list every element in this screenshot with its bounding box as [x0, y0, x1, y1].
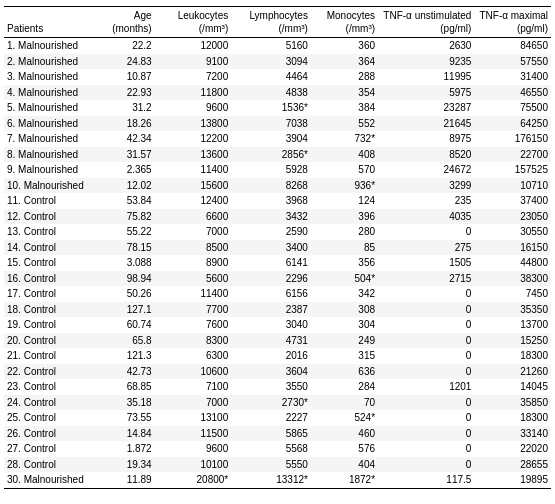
table-cell: 11.89 — [90, 472, 154, 488]
table-cell: 9600 — [155, 100, 232, 116]
table-row: 4. Malnourished22.9311800483835459754655… — [4, 85, 551, 101]
table-cell: 249 — [311, 333, 378, 349]
table-cell: 19.34 — [90, 457, 154, 473]
table-cell: 6300 — [155, 348, 232, 364]
table-cell: 356 — [311, 255, 378, 271]
table-cell: 20. Control — [4, 333, 90, 349]
table-cell: 1536* — [231, 100, 311, 116]
table-cell: 27. Control — [4, 441, 90, 457]
table-cell: 8. Malnourished — [4, 147, 90, 163]
table-cell: 2. Malnourished — [4, 54, 90, 70]
table-cell: 22700 — [474, 147, 551, 163]
table-cell: 1505 — [378, 255, 474, 271]
table-cell: 504* — [311, 271, 378, 287]
table-cell: 13800 — [155, 116, 232, 132]
table-cell: 8900 — [155, 255, 232, 271]
table-cell: 0 — [378, 286, 474, 302]
table-cell: 16150 — [474, 240, 551, 256]
table-row: 24. Control35.1870002730*70035850 — [4, 395, 551, 411]
table-cell: 2590 — [231, 224, 311, 240]
table-cell: 5. Malnourished — [4, 100, 90, 116]
table-cell: 7600 — [155, 317, 232, 333]
table-cell: 23. Control — [4, 379, 90, 395]
table-cell: 2016 — [231, 348, 311, 364]
table-cell: 57550 — [474, 54, 551, 70]
table-cell: 117.5 — [378, 472, 474, 488]
table-cell: 315 — [311, 348, 378, 364]
table-cell: 24.83 — [90, 54, 154, 70]
table-cell: 15250 — [474, 333, 551, 349]
table-cell: 2227 — [231, 410, 311, 426]
table-cell: 3400 — [231, 240, 311, 256]
table-cell: 64250 — [474, 116, 551, 132]
table-row: 9. Malnourished2.36511400592857024672157… — [4, 162, 551, 178]
table-cell: 2387 — [231, 302, 311, 318]
table-cell: 33140 — [474, 426, 551, 442]
data-table: Patients Age(months) Leukocytes(/mm³) Ly… — [4, 6, 551, 489]
table-cell: 22. Control — [4, 364, 90, 380]
table-cell: 19895 — [474, 472, 551, 488]
table-row: 28. Control19.34101005550404028655 — [4, 457, 551, 473]
table-cell: 12.02 — [90, 178, 154, 194]
col-header-mono: Monocytes(/mm³) — [311, 7, 378, 38]
table-cell: 10100 — [155, 457, 232, 473]
table-row: 15. Control3.08889006141356150544800 — [4, 255, 551, 271]
table-cell: 37400 — [474, 193, 551, 209]
table-cell: 10.87 — [90, 69, 154, 85]
table-cell: 9235 — [378, 54, 474, 70]
table-cell: 11500 — [155, 426, 232, 442]
table-cell: 55.22 — [90, 224, 154, 240]
table-row: 5. Malnourished31.296001536*384232877550… — [4, 100, 551, 116]
table-cell: 38300 — [474, 271, 551, 287]
table-cell: 936* — [311, 178, 378, 194]
table-cell: 98.94 — [90, 271, 154, 287]
table-cell: 8975 — [378, 131, 474, 147]
table-row: 18. Control127.177002387308035350 — [4, 302, 551, 318]
table-cell: 3040 — [231, 317, 311, 333]
table-cell: 6. Malnourished — [4, 116, 90, 132]
table-cell: 0 — [378, 395, 474, 411]
table-cell: 1.872 — [90, 441, 154, 457]
table-cell: 3550 — [231, 379, 311, 395]
table-cell: 127.1 — [90, 302, 154, 318]
table-cell: 35850 — [474, 395, 551, 411]
table-cell: 25. Control — [4, 410, 90, 426]
table-cell: 28655 — [474, 457, 551, 473]
table-cell: 342 — [311, 286, 378, 302]
col-header-lympho: Lymphocytes(/mm³) — [231, 7, 311, 38]
col-header-leuko: Leukocytes(/mm³) — [155, 7, 232, 38]
table-row: 3. Malnourished10.8772004464288119953140… — [4, 69, 551, 85]
table-cell: 636 — [311, 364, 378, 380]
table-cell: 16. Control — [4, 271, 90, 287]
table-cell: 11. Control — [4, 193, 90, 209]
col-header-tnf-max: TNF-α maximal(pg/ml) — [474, 7, 551, 38]
table-cell: 30. Malnourished — [4, 472, 90, 488]
table-cell: 0 — [378, 457, 474, 473]
table-cell: 44800 — [474, 255, 551, 271]
table-cell: 12. Control — [4, 209, 90, 225]
table-cell: 7100 — [155, 379, 232, 395]
table-cell: 7450 — [474, 286, 551, 302]
table-cell: 176150 — [474, 131, 551, 147]
table-cell: 1872* — [311, 472, 378, 488]
table-cell: 42.73 — [90, 364, 154, 380]
table-row: 8. Malnourished31.57136002856*4088520227… — [4, 147, 551, 163]
table-cell: 0 — [378, 302, 474, 318]
table-cell: 22020 — [474, 441, 551, 457]
table-cell: 75500 — [474, 100, 551, 116]
table-row: 14. Control78.15850034008527516150 — [4, 240, 551, 256]
table-row: 11. Control53.8412400396812423537400 — [4, 193, 551, 209]
table-cell: 570 — [311, 162, 378, 178]
table-row: 13. Control55.2270002590280030550 — [4, 224, 551, 240]
table-cell: 360 — [311, 38, 378, 54]
table-row: 20. Control65.883004731249015250 — [4, 333, 551, 349]
table-cell: 3432 — [231, 209, 311, 225]
table-cell: 2715 — [378, 271, 474, 287]
table-cell: 11800 — [155, 85, 232, 101]
table-row: 2. Malnourished24.8391003094364923557550 — [4, 54, 551, 70]
table-cell: 304 — [311, 317, 378, 333]
table-cell: 30550 — [474, 224, 551, 240]
table-cell: 15. Control — [4, 255, 90, 271]
table-cell: 15600 — [155, 178, 232, 194]
table-cell: 13100 — [155, 410, 232, 426]
